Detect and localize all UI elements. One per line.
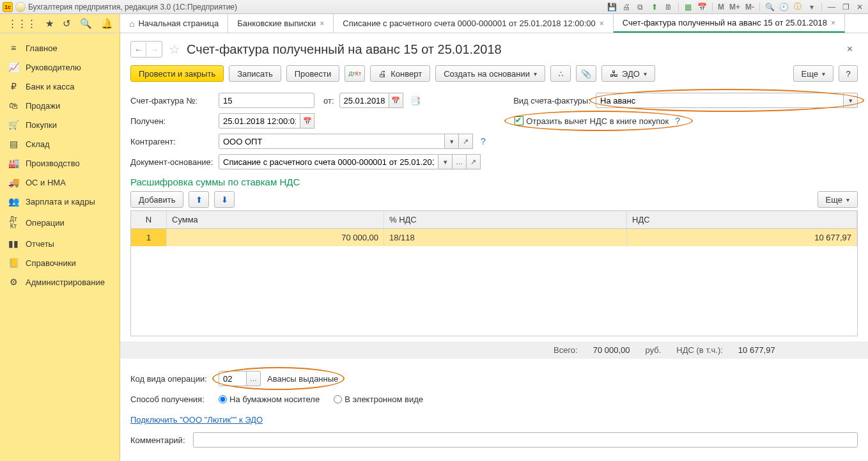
- nav-salary[interactable]: 👥Зарплата и кадры: [0, 192, 120, 211]
- sf-type-select[interactable]: [596, 93, 844, 108]
- memory-m[interactable]: M: [717, 3, 725, 12]
- recv-paper-radio[interactable]: На бумажном носителе: [219, 395, 320, 404]
- calendar-picker-icon[interactable]: 📅: [300, 113, 314, 129]
- recv-electronic-radio[interactable]: В электронном виде: [334, 395, 423, 404]
- dtkt-button[interactable]: ДтКт: [345, 65, 365, 82]
- counterparty-help[interactable]: ?: [478, 136, 488, 146]
- nav-main[interactable]: ≡Главное: [0, 38, 120, 58]
- grid-more-button[interactable]: Еще▾: [818, 191, 858, 208]
- memory-mminus[interactable]: M-: [744, 3, 756, 12]
- tab-close-icon[interactable]: ×: [831, 19, 835, 27]
- col-vat[interactable]: % НДС: [384, 211, 627, 228]
- app-menu-dropdown[interactable]: [15, 2, 26, 12]
- nav-reports[interactable]: ▮▮Отчеты: [0, 234, 120, 253]
- tab-invoice[interactable]: Счет-фактура полученный на аванс 15 от 2…: [614, 14, 845, 33]
- convert-button[interactable]: 🖨Конверт: [370, 65, 430, 82]
- rub-icon: ₽: [8, 81, 19, 91]
- info-icon[interactable]: ⓘ: [792, 1, 803, 13]
- page-close-icon[interactable]: ×: [842, 43, 858, 55]
- cell-vat: 18/118: [384, 229, 627, 246]
- btn-label: Создать на основании: [444, 69, 530, 79]
- nav-label: Покупки: [26, 120, 57, 130]
- tab-close-icon[interactable]: ×: [320, 19, 324, 28]
- help-button[interactable]: ?: [839, 65, 858, 82]
- maximize-icon[interactable]: ❐: [840, 1, 851, 13]
- nav-os[interactable]: 🚚ОС и НМА: [0, 173, 120, 192]
- bell-icon[interactable]: 🔔: [101, 18, 113, 29]
- sf-number-input[interactable]: [219, 93, 314, 108]
- dropdown-icon[interactable]: ▾: [445, 134, 459, 149]
- pick-icon[interactable]: …: [247, 371, 261, 386]
- calendar-picker-icon[interactable]: 📅: [389, 93, 403, 108]
- sf-date-input[interactable]: [339, 93, 389, 108]
- nav-forward[interactable]: →: [146, 42, 162, 57]
- tab-home[interactable]: ⌂Начальная страница: [120, 14, 228, 33]
- nav-bank[interactable]: ₽Банк и касса: [0, 77, 120, 96]
- info-dropdown-icon[interactable]: ▾: [806, 1, 818, 13]
- history-icon[interactable]: ↺: [63, 18, 71, 29]
- nav-sales[interactable]: 🛍Продажи: [0, 96, 120, 115]
- nav-stock[interactable]: ▤Склад: [0, 134, 120, 153]
- edo-button[interactable]: 🖧ЭДО▾: [601, 65, 655, 82]
- calc-icon[interactable]: ▦: [683, 1, 694, 13]
- excel-icon[interactable]: ⬆: [649, 1, 660, 13]
- tab-writeoff[interactable]: Списание с расчетного счета 0000-000001 …: [334, 14, 613, 33]
- grid-header: N Сумма % НДС НДС: [131, 211, 857, 229]
- app-logo-icon: 1c: [3, 2, 13, 12]
- clock-icon[interactable]: 🕘: [778, 1, 789, 13]
- move-up-button[interactable]: ⬆: [189, 191, 209, 208]
- calendar-icon[interactable]: 📅: [697, 1, 708, 13]
- create-based-button[interactable]: Создать на основании▾: [435, 65, 545, 82]
- nav-refs[interactable]: 📒Справочники: [0, 253, 120, 272]
- pick-icon[interactable]: …: [453, 154, 467, 169]
- btn-label: Провести: [295, 69, 332, 79]
- col-n[interactable]: N: [131, 211, 167, 228]
- open-ref-icon[interactable]: ↗: [459, 134, 473, 149]
- post-button[interactable]: Провести: [286, 65, 340, 82]
- counterparty-input[interactable]: [219, 134, 445, 149]
- base-doc-input[interactable]: [219, 154, 438, 169]
- received-input[interactable]: [219, 113, 300, 129]
- comment-input[interactable]: [193, 432, 858, 448]
- favorite-star-icon[interactable]: ☆: [169, 42, 180, 57]
- nav-purchases[interactable]: 🛒Покупки: [0, 115, 120, 134]
- add-row-button[interactable]: Добавить: [130, 191, 183, 208]
- op-code-input[interactable]: [219, 371, 247, 386]
- tab-close-icon[interactable]: ×: [600, 19, 604, 28]
- reflect-vat-checkbox[interactable]: [515, 116, 523, 125]
- nav-manager[interactable]: 📈Руководителю: [0, 58, 120, 77]
- apps-icon[interactable]: ⋮⋮⋮: [8, 18, 36, 29]
- dropdown-icon[interactable]: ▾: [844, 93, 858, 108]
- dropdown-icon[interactable]: ▾: [438, 154, 453, 169]
- connect-edo-link[interactable]: Подключить "ООО "Лютик"" к ЭДО: [130, 415, 263, 425]
- nav-back[interactable]: ←: [131, 42, 146, 57]
- zoom-icon[interactable]: 🔍: [764, 1, 775, 13]
- save-icon[interactable]: 💾: [607, 1, 618, 13]
- nav-prod[interactable]: 🏭Производство: [0, 153, 120, 173]
- favorite-icon[interactable]: ★: [45, 18, 54, 29]
- copy-icon[interactable]: ⧉: [635, 1, 646, 13]
- more-button[interactable]: Еще▾: [793, 65, 833, 82]
- compare-icon[interactable]: 🗎: [663, 1, 674, 13]
- structure-button[interactable]: ⛬: [550, 65, 571, 82]
- col-sum[interactable]: Сумма: [167, 211, 384, 228]
- close-window-icon[interactable]: ✕: [854, 1, 865, 13]
- nav-ops[interactable]: ДтКтОперации: [0, 211, 120, 234]
- nav-admin[interactable]: ⚙Администрирование: [0, 272, 120, 292]
- search-icon[interactable]: 🔍: [80, 18, 92, 29]
- print-icon[interactable]: 🖨: [621, 1, 632, 13]
- save-button[interactable]: Записать: [229, 65, 281, 82]
- show-doc-icon[interactable]: 📑: [408, 92, 422, 109]
- grid-row[interactable]: 1 70 000,00 18/118 10 677,97: [131, 229, 857, 246]
- post-and-close-button[interactable]: Провести и закрыть: [130, 65, 224, 82]
- open-ref-icon[interactable]: ↗: [467, 154, 481, 169]
- memory-mplus[interactable]: M+: [728, 3, 741, 12]
- move-down-button[interactable]: ⬇: [214, 191, 235, 208]
- base-doc-label: Документ-основание:: [130, 157, 213, 167]
- tab-label: Банковские выписки: [237, 19, 316, 28]
- reflect-vat-help[interactable]: ?: [672, 116, 683, 126]
- col-nds[interactable]: НДС: [627, 211, 857, 228]
- tab-bank-statements[interactable]: Банковские выписки×: [228, 14, 334, 33]
- minimize-icon[interactable]: —: [826, 1, 837, 13]
- attach-button[interactable]: 📎: [576, 65, 596, 82]
